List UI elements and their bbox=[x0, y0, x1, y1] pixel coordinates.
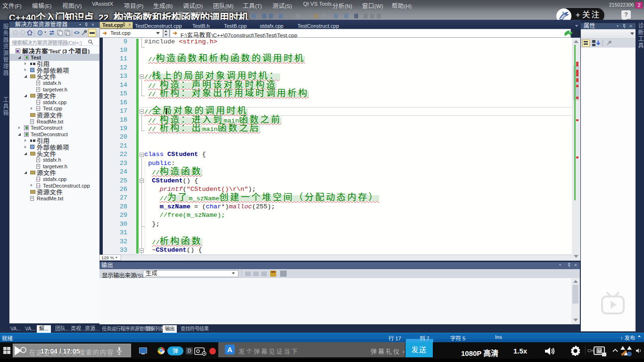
svg-text:M: M bbox=[598, 349, 602, 354]
svg-text:Go: Go bbox=[572, 30, 580, 37]
